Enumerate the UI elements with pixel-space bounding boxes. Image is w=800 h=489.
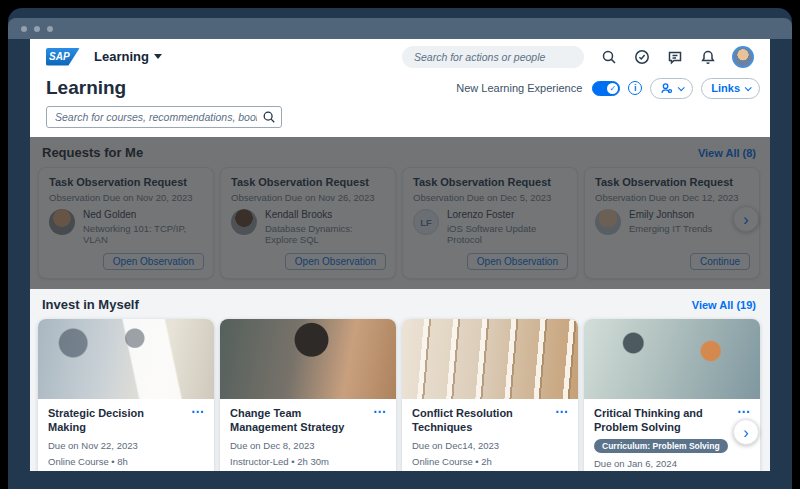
window-titlebar: [8, 18, 792, 39]
course-thumbnail: [38, 319, 214, 399]
course-title: Strategic Decision Making: [48, 406, 204, 435]
course-meta: Instructor-Led • 2h 30m: [230, 456, 386, 467]
window-minimize-button[interactable]: [34, 26, 40, 32]
course-card[interactable]: Strategic Decision Making ⋯ Due on Nov 2…: [38, 319, 214, 471]
learning-search-box: [46, 106, 282, 128]
invest-carousel-next-button[interactable]: ›: [733, 419, 759, 445]
invest-section-title: Invest in Myself: [42, 297, 139, 312]
course-due: Due on Dec14, 2023: [412, 440, 568, 451]
overflow-menu-icon[interactable]: ⋯: [191, 404, 205, 419]
chevron-down-icon: [678, 84, 685, 91]
search-icon[interactable]: [262, 110, 276, 124]
page-head-controls: New Learning Experience ✓ i Links: [456, 78, 760, 99]
product-switcher[interactable]: Learning: [94, 49, 162, 64]
course-body: Conflict Resolution Techniques ⋯ Due on …: [402, 399, 578, 471]
page-search-row: [30, 99, 770, 137]
overflow-menu-icon[interactable]: ⋯: [373, 404, 387, 419]
course-thumbnail: [402, 319, 578, 399]
course-card[interactable]: Critical Thinking and Problem Solving ⋯ …: [584, 319, 760, 471]
course-body: Change Team Management Strategy ⋯ Due on…: [220, 399, 396, 471]
feedback-chat-icon[interactable]: [666, 48, 684, 66]
page-head: Learning New Learning Experience ✓ i Lin…: [30, 74, 770, 99]
course-thumbnail: [584, 319, 760, 399]
course-body: Strategic Decision Making ⋯ Due on Nov 2…: [38, 399, 214, 467]
course-due: Due on Dec 8, 2023: [230, 440, 386, 451]
browser-window: SAP Learning: [8, 8, 792, 489]
course-thumbnail: [220, 319, 396, 399]
invest-section-head: Invest in Myself View All (19): [30, 289, 770, 319]
course-meta: Online Course • 8h: [48, 456, 204, 467]
invest-cards-row: Strategic Decision Making ⋯ Due on Nov 2…: [30, 319, 770, 471]
product-name: Learning: [94, 49, 149, 64]
search-icon[interactable]: [600, 48, 618, 66]
invest-in-myself-section: Invest in Myself View All (19) Strategic…: [30, 289, 770, 471]
course-title: Critical Thinking and Problem Solving: [594, 406, 750, 435]
new-experience-label: New Learning Experience: [456, 82, 582, 94]
links-button[interactable]: Links: [701, 78, 760, 99]
overflow-menu-icon[interactable]: ⋯: [555, 404, 569, 419]
page-content: SAP Learning: [30, 39, 770, 471]
global-search-input[interactable]: [402, 46, 584, 68]
invest-view-all-link[interactable]: View All (19): [692, 299, 756, 311]
header-icons: [600, 46, 754, 68]
curriculum-badge: Curriculum: Problem Solving: [594, 439, 728, 453]
window-close-button[interactable]: [21, 26, 27, 32]
user-avatar[interactable]: [732, 46, 754, 68]
course-card[interactable]: Change Team Management Strategy ⋯ Due on…: [220, 319, 396, 471]
sap-logo: SAP: [46, 48, 80, 66]
course-title: Conflict Resolution Techniques: [412, 406, 568, 435]
course-due: Due on Jan 6, 2024: [594, 458, 750, 469]
course-due: Due on Nov 22, 2023: [48, 440, 204, 451]
bell-icon[interactable]: [699, 48, 717, 66]
requests-for-me-section: Requests for Me View All (8) Task Observ…: [30, 137, 770, 289]
course-meta: Online Course • 2h: [412, 456, 568, 467]
overflow-menu-icon[interactable]: ⋯: [737, 404, 751, 419]
info-icon[interactable]: i: [628, 81, 642, 95]
window-maximize-button[interactable]: [47, 26, 53, 32]
links-label: Links: [711, 82, 740, 94]
page-title: Learning: [46, 77, 126, 99]
todo-check-icon[interactable]: [633, 48, 651, 66]
chevron-down-icon: [745, 84, 752, 91]
admin-access-button[interactable]: [650, 78, 693, 99]
new-experience-toggle[interactable]: ✓: [592, 81, 620, 96]
course-title: Change Team Management Strategy: [230, 406, 386, 435]
learning-search-input[interactable]: [46, 106, 282, 128]
course-card[interactable]: Conflict Resolution Techniques ⋯ Due on …: [402, 319, 578, 471]
dim-overlay: [30, 137, 770, 289]
chevron-down-icon: [154, 54, 162, 59]
toggle-check-icon: ✓: [607, 83, 618, 94]
app-header: SAP Learning: [30, 39, 770, 74]
